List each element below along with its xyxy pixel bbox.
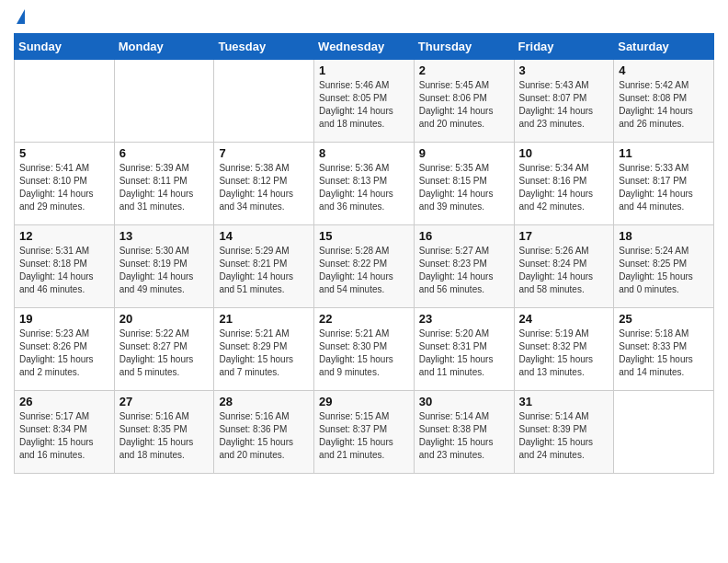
day-number: 10	[519, 146, 609, 160]
calendar-week-1: 1Sunrise: 5:46 AM Sunset: 8:05 PM Daylig…	[15, 60, 714, 143]
day-number: 24	[519, 312, 609, 326]
day-info: Sunrise: 5:38 AM Sunset: 8:12 PM Dayligh…	[219, 162, 309, 213]
day-number: 15	[319, 229, 409, 243]
col-header-thursday: Thursday	[414, 34, 514, 60]
day-number: 3	[519, 63, 609, 77]
day-number: 23	[419, 312, 509, 326]
day-number: 20	[119, 312, 210, 326]
day-info: Sunrise: 5:16 AM Sunset: 8:36 PM Dayligh…	[219, 410, 309, 462]
day-info: Sunrise: 5:22 AM Sunset: 8:27 PM Dayligh…	[119, 327, 210, 379]
day-number: 29	[319, 395, 409, 408]
col-header-wednesday: Wednesday	[314, 34, 415, 60]
day-number: 30	[419, 395, 509, 408]
page-header	[14, 9, 714, 26]
calendar-cell: 26Sunrise: 5:17 AM Sunset: 8:34 PM Dayli…	[15, 391, 115, 474]
day-number: 1	[319, 63, 409, 77]
calendar-cell: 3Sunrise: 5:43 AM Sunset: 8:07 PM Daylig…	[514, 60, 614, 143]
day-number: 21	[219, 312, 309, 326]
calendar-cell: 16Sunrise: 5:27 AM Sunset: 8:23 PM Dayli…	[414, 225, 514, 308]
day-number: 27	[119, 395, 210, 408]
day-number: 16	[419, 229, 509, 243]
day-number: 2	[419, 63, 509, 77]
day-info: Sunrise: 5:30 AM Sunset: 8:19 PM Dayligh…	[119, 245, 210, 296]
day-info: Sunrise: 5:20 AM Sunset: 8:31 PM Dayligh…	[419, 327, 509, 379]
logo	[14, 9, 25, 26]
calendar-cell: 14Sunrise: 5:29 AM Sunset: 8:21 PM Dayli…	[214, 225, 314, 308]
calendar-cell: 22Sunrise: 5:21 AM Sunset: 8:30 PM Dayli…	[314, 308, 415, 391]
calendar-cell: 20Sunrise: 5:22 AM Sunset: 8:27 PM Dayli…	[114, 308, 214, 391]
day-number: 25	[619, 312, 709, 326]
calendar-cell: 21Sunrise: 5:21 AM Sunset: 8:29 PM Dayli…	[214, 308, 314, 391]
day-number: 12	[19, 229, 109, 243]
day-info: Sunrise: 5:24 AM Sunset: 8:25 PM Dayligh…	[619, 245, 709, 296]
calendar-cell: 4Sunrise: 5:42 AM Sunset: 8:08 PM Daylig…	[614, 60, 714, 143]
day-info: Sunrise: 5:18 AM Sunset: 8:33 PM Dayligh…	[619, 327, 709, 379]
day-number: 22	[319, 312, 409, 326]
day-info: Sunrise: 5:21 AM Sunset: 8:30 PM Dayligh…	[319, 327, 409, 379]
day-info: Sunrise: 5:34 AM Sunset: 8:16 PM Dayligh…	[519, 162, 609, 213]
day-info: Sunrise: 5:39 AM Sunset: 8:11 PM Dayligh…	[119, 162, 210, 213]
calendar-cell: 11Sunrise: 5:33 AM Sunset: 8:17 PM Dayli…	[614, 143, 714, 225]
calendar-cell: 5Sunrise: 5:41 AM Sunset: 8:10 PM Daylig…	[15, 143, 115, 225]
day-info: Sunrise: 5:29 AM Sunset: 8:21 PM Dayligh…	[219, 245, 309, 296]
logo-icon	[17, 9, 25, 24]
calendar-cell: 24Sunrise: 5:19 AM Sunset: 8:32 PM Dayli…	[514, 308, 614, 391]
day-number: 17	[519, 229, 609, 243]
calendar-cell: 17Sunrise: 5:26 AM Sunset: 8:24 PM Dayli…	[514, 225, 614, 308]
calendar-week-2: 5Sunrise: 5:41 AM Sunset: 8:10 PM Daylig…	[15, 143, 714, 225]
day-info: Sunrise: 5:21 AM Sunset: 8:29 PM Dayligh…	[219, 327, 309, 379]
col-header-tuesday: Tuesday	[214, 34, 314, 60]
col-header-monday: Monday	[114, 34, 214, 60]
day-info: Sunrise: 5:28 AM Sunset: 8:22 PM Dayligh…	[319, 245, 409, 296]
day-number: 13	[119, 229, 210, 243]
day-number: 14	[219, 229, 309, 243]
day-number: 8	[319, 146, 409, 160]
day-info: Sunrise: 5:26 AM Sunset: 8:24 PM Dayligh…	[519, 245, 609, 296]
calendar-cell: 13Sunrise: 5:30 AM Sunset: 8:19 PM Dayli…	[114, 225, 214, 308]
col-header-saturday: Saturday	[614, 34, 714, 60]
calendar-cell: 15Sunrise: 5:28 AM Sunset: 8:22 PM Dayli…	[314, 225, 415, 308]
calendar-cell: 12Sunrise: 5:31 AM Sunset: 8:18 PM Dayli…	[15, 225, 115, 308]
day-info: Sunrise: 5:33 AM Sunset: 8:17 PM Dayligh…	[619, 162, 709, 213]
day-info: Sunrise: 5:17 AM Sunset: 8:34 PM Dayligh…	[19, 410, 109, 462]
day-info: Sunrise: 5:23 AM Sunset: 8:26 PM Dayligh…	[19, 327, 109, 379]
calendar-week-5: 26Sunrise: 5:17 AM Sunset: 8:34 PM Dayli…	[15, 391, 714, 474]
calendar-cell: 6Sunrise: 5:39 AM Sunset: 8:11 PM Daylig…	[114, 143, 214, 225]
calendar-cell: 28Sunrise: 5:16 AM Sunset: 8:36 PM Dayli…	[214, 391, 314, 474]
calendar-cell: 7Sunrise: 5:38 AM Sunset: 8:12 PM Daylig…	[214, 143, 314, 225]
calendar-cell	[114, 60, 214, 143]
calendar-header: SundayMondayTuesdayWednesdayThursdayFrid…	[15, 34, 714, 60]
day-info: Sunrise: 5:16 AM Sunset: 8:35 PM Dayligh…	[119, 410, 210, 462]
calendar-week-4: 19Sunrise: 5:23 AM Sunset: 8:26 PM Dayli…	[15, 308, 714, 391]
day-info: Sunrise: 5:14 AM Sunset: 8:39 PM Dayligh…	[519, 410, 609, 462]
day-number: 4	[619, 63, 709, 77]
day-number: 19	[19, 312, 109, 326]
calendar-table: SundayMondayTuesdayWednesdayThursdayFrid…	[14, 33, 714, 474]
day-info: Sunrise: 5:15 AM Sunset: 8:37 PM Dayligh…	[319, 410, 409, 462]
day-number: 6	[119, 146, 210, 160]
calendar-cell: 25Sunrise: 5:18 AM Sunset: 8:33 PM Dayli…	[614, 308, 714, 391]
day-info: Sunrise: 5:31 AM Sunset: 8:18 PM Dayligh…	[19, 245, 109, 296]
col-header-sunday: Sunday	[15, 34, 115, 60]
day-number: 18	[619, 229, 709, 243]
col-header-friday: Friday	[514, 34, 614, 60]
day-info: Sunrise: 5:35 AM Sunset: 8:15 PM Dayligh…	[419, 162, 509, 213]
day-info: Sunrise: 5:19 AM Sunset: 8:32 PM Dayligh…	[519, 327, 609, 379]
day-info: Sunrise: 5:45 AM Sunset: 8:06 PM Dayligh…	[419, 79, 509, 131]
day-number: 31	[519, 395, 609, 408]
day-number: 28	[219, 395, 309, 408]
calendar-cell	[614, 391, 714, 474]
day-info: Sunrise: 5:27 AM Sunset: 8:23 PM Dayligh…	[419, 245, 509, 296]
day-info: Sunrise: 5:41 AM Sunset: 8:10 PM Dayligh…	[19, 162, 109, 213]
calendar-cell	[15, 60, 115, 143]
day-info: Sunrise: 5:42 AM Sunset: 8:08 PM Dayligh…	[619, 79, 709, 131]
day-number: 26	[19, 395, 109, 408]
calendar-cell: 29Sunrise: 5:15 AM Sunset: 8:37 PM Dayli…	[314, 391, 415, 474]
calendar-cell: 8Sunrise: 5:36 AM Sunset: 8:13 PM Daylig…	[314, 143, 415, 225]
day-info: Sunrise: 5:46 AM Sunset: 8:05 PM Dayligh…	[319, 79, 409, 131]
calendar-cell: 1Sunrise: 5:46 AM Sunset: 8:05 PM Daylig…	[314, 60, 415, 143]
day-number: 9	[419, 146, 509, 160]
day-info: Sunrise: 5:14 AM Sunset: 8:38 PM Dayligh…	[419, 410, 509, 462]
calendar-cell: 27Sunrise: 5:16 AM Sunset: 8:35 PM Dayli…	[114, 391, 214, 474]
calendar-cell: 30Sunrise: 5:14 AM Sunset: 8:38 PM Dayli…	[414, 391, 514, 474]
